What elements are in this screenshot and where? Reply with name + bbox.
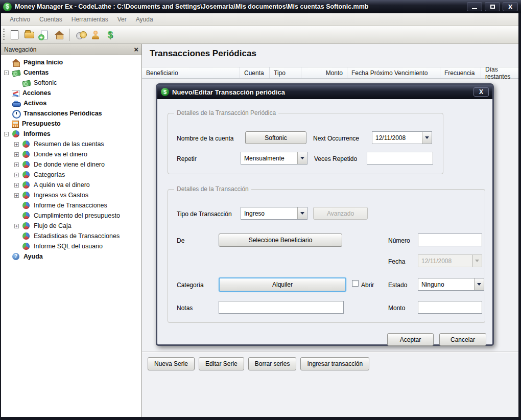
datepicker-dropdown-button[interactable]: [422, 132, 432, 144]
sidebar-item-donde-va-dinero[interactable]: +Donde va el dinero: [1, 149, 141, 159]
menu-ver[interactable]: Ver: [113, 14, 131, 25]
dollar-button[interactable]: $: [103, 28, 117, 42]
delete-series-button[interactable]: Borrar series: [248, 357, 297, 370]
menu-herramientas[interactable]: Herramientas: [67, 14, 113, 25]
column-monto[interactable]: Monto: [301, 67, 347, 78]
notes-input[interactable]: [219, 301, 344, 314]
expand-icon[interactable]: +: [14, 183, 19, 188]
payee-icon: [91, 31, 100, 39]
pie-chart-icon: [22, 222, 31, 230]
transaction-type-label: Tipo de Transacción: [177, 211, 232, 218]
sidebar-item-informes[interactable]: -Informes: [1, 129, 141, 139]
open-file-button[interactable]: [22, 28, 36, 42]
sidebar-item-categorias[interactable]: +Categorías: [1, 170, 141, 180]
close-button[interactable]: X: [503, 2, 518, 11]
type-dropdown-button[interactable]: [297, 207, 307, 219]
home-page-button[interactable]: [52, 28, 66, 42]
expand-icon[interactable]: +: [14, 173, 19, 177]
next-occurrence-label: Next Occurrence: [313, 135, 359, 142]
money-icon: [22, 79, 31, 87]
column-tipo[interactable]: Tipo: [270, 67, 301, 78]
sidebar-item-presupuesto[interactable]: Presupuesto: [1, 119, 141, 129]
dialog-body: Detalles de la Transacción Periódica Nom…: [157, 99, 492, 346]
edit-series-button[interactable]: Editar Serie: [199, 357, 244, 370]
maximize-button[interactable]: [485, 2, 500, 11]
sidebar-item-ayuda[interactable]: Ayuda: [1, 251, 141, 262]
sidebar-item-informe-transacciones[interactable]: Informe de Transacciones: [1, 200, 141, 211]
payee-manager-button[interactable]: [88, 28, 102, 42]
account-name-button[interactable]: Softonic: [245, 131, 306, 144]
navigation-title: Navegación: [4, 46, 134, 53]
enter-transaction-button[interactable]: Ingresar transacción: [300, 357, 369, 370]
sidebar-item-pagina-inicio[interactable]: Página Inicio: [1, 57, 141, 67]
pie-chart-icon: [22, 160, 31, 169]
select-payee-button[interactable]: Seleccione Beneficiario: [219, 234, 342, 247]
column-dias-restantes[interactable]: Días restantes: [481, 67, 518, 78]
category-button[interactable]: Alquiler: [219, 277, 346, 292]
currency-button[interactable]: [74, 28, 87, 42]
transaction-details-legend: Detalles de la Transacción: [174, 185, 251, 193]
sidebar-item-resumen-cuentas[interactable]: +Resumen de las cuentas: [1, 139, 141, 149]
number-input[interactable]: [418, 234, 482, 246]
status-dropdown-button[interactable]: [474, 278, 484, 290]
new-file-button[interactable]: [8, 28, 21, 42]
column-cuenta[interactable]: Cuenta: [240, 67, 270, 78]
transaction-type-select[interactable]: Ingreso: [241, 207, 307, 220]
chevron-down-icon: [300, 212, 304, 215]
advanced-button[interactable]: Avanzado: [313, 207, 368, 220]
sidebar-item-transacciones-periodicas[interactable]: Transacciones Periódicas: [1, 108, 141, 119]
times-repeated-label: Veces Repetido: [314, 155, 357, 162]
expand-icon[interactable]: +: [14, 193, 19, 198]
expand-icon[interactable]: +: [14, 224, 19, 228]
assets-car-icon: [12, 99, 20, 107]
help-icon: [12, 252, 20, 261]
status-select[interactable]: Ninguno: [418, 278, 484, 291]
sidebar-item-cumplimiento-presupuesto[interactable]: Cumplimiento del presupuesto: [1, 211, 141, 221]
cancel-button[interactable]: Cancelar: [439, 333, 486, 346]
sidebar-item-softonic[interactable]: Softonic: [1, 78, 141, 88]
split-checkbox[interactable]: [352, 280, 359, 287]
dialog-close-button[interactable]: X: [473, 87, 489, 97]
expand-icon[interactable]: +: [14, 142, 19, 147]
date-dropdown-button: [472, 255, 482, 267]
column-fecha-proximo-vencimiento[interactable]: Fecha Próximo Vencimiento: [347, 67, 440, 78]
amount-input[interactable]: [418, 301, 482, 314]
menu-cuentas[interactable]: Cuentas: [35, 14, 67, 25]
new-database-button[interactable]: [37, 28, 51, 42]
sidebar-item-label: Estadisticas de Transacciones: [34, 232, 120, 240]
new-series-button[interactable]: Nueva Serie: [148, 357, 195, 370]
sidebar-item-ingresos-vs-gastos[interactable]: +Ingresos vs Gastos: [1, 190, 141, 200]
accept-button[interactable]: Aceptar: [387, 333, 434, 346]
minimize-icon: [472, 8, 477, 9]
sidebar-item-label: De donde viene el dinero: [34, 161, 105, 168]
repeat-select[interactable]: Mensualmente: [241, 152, 307, 165]
repeat-dropdown-button[interactable]: [297, 152, 307, 164]
navigation-close-icon[interactable]: ×: [134, 45, 138, 53]
minimize-button[interactable]: [467, 2, 482, 11]
chevron-down-icon: [475, 260, 479, 262]
dialog-logo-icon: $: [161, 88, 169, 96]
sidebar-item-activos[interactable]: Activos: [1, 98, 141, 108]
menu-ayuda[interactable]: Ayuda: [131, 14, 158, 25]
sidebar-item-a-quien-va[interactable]: +A quién va el dinero: [1, 180, 141, 190]
pie-chart-icon: [22, 232, 31, 240]
times-repeated-input[interactable]: [367, 152, 433, 165]
column-beneficiario[interactable]: Beneficiario: [142, 67, 240, 78]
expand-icon[interactable]: +: [14, 152, 19, 157]
sidebar-item-cuentas[interactable]: -Cuentas: [1, 67, 141, 78]
collapse-icon[interactable]: -: [4, 132, 9, 136]
sidebar-item-informe-sql[interactable]: Informe SQL del usuario: [1, 241, 141, 251]
column-frecuencia[interactable]: Frecuencia: [440, 67, 481, 78]
sidebar-item-flujo-caja[interactable]: +Flujo de Caja: [1, 221, 141, 231]
collapse-icon[interactable]: -: [4, 71, 9, 75]
sidebar-item-de-donde-viene[interactable]: +De donde viene el dinero: [1, 159, 141, 170]
sidebar-item-estadisticas[interactable]: Estadisticas de Transacciones: [1, 231, 141, 241]
pie-chart-icon: [22, 171, 31, 179]
split-label: Abrir: [361, 282, 374, 289]
next-occurrence-value: 12/11/2008: [372, 132, 422, 144]
next-occurrence-datepicker[interactable]: 12/11/2008: [372, 131, 432, 144]
menu-archivo[interactable]: Archivo: [5, 14, 35, 25]
expand-icon[interactable]: +: [14, 162, 19, 167]
pie-chart-icon: [22, 212, 31, 220]
sidebar-item-acciones[interactable]: Acciones: [1, 88, 141, 98]
